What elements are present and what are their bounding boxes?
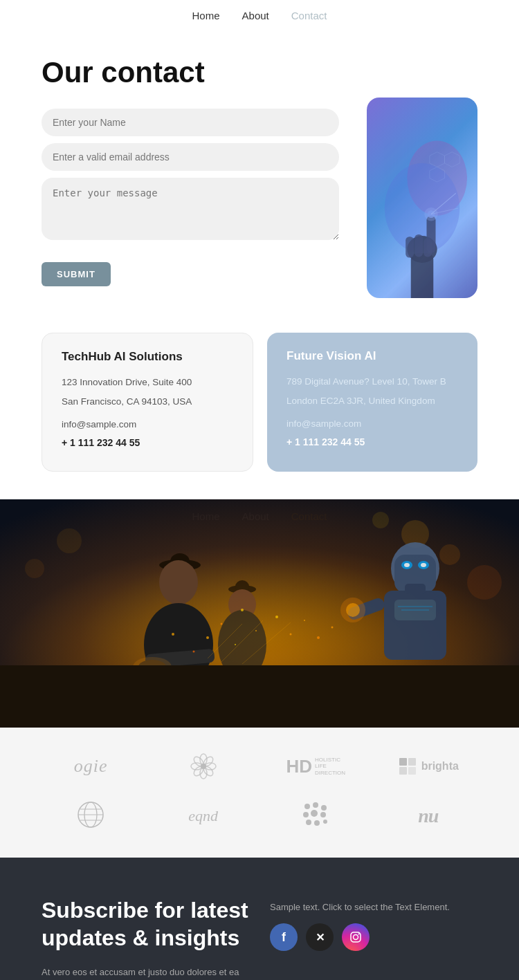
svg-point-86 bbox=[303, 812, 309, 817]
logo-eqnd: eqnd bbox=[188, 807, 218, 825]
logo-bright: brighta bbox=[398, 757, 459, 776]
svg-rect-77 bbox=[408, 767, 416, 775]
svg-point-52 bbox=[241, 609, 244, 611]
svg-point-85 bbox=[321, 805, 327, 811]
logo-ogie: ogie bbox=[74, 756, 108, 777]
svg-point-22 bbox=[25, 559, 44, 578]
svg-point-59 bbox=[235, 644, 236, 645]
card1-address1: 123 Innovation Drive, Suite 400 bbox=[62, 375, 233, 390]
svg-point-39 bbox=[159, 560, 198, 604]
svg-point-91 bbox=[323, 820, 327, 824]
svg-point-27 bbox=[404, 563, 410, 567]
svg-rect-74 bbox=[399, 758, 407, 766]
svg-point-90 bbox=[314, 820, 320, 826]
logo-nu: nu bbox=[418, 805, 438, 827]
message-field-group bbox=[42, 178, 339, 243]
svg-point-35 bbox=[340, 598, 365, 622]
x-icon[interactable]: ✕ bbox=[306, 923, 334, 951]
main-nav: Home About Contact bbox=[0, 0, 519, 28]
svg-rect-11 bbox=[406, 237, 414, 257]
svg-point-57 bbox=[304, 620, 305, 621]
name-field-group bbox=[42, 109, 339, 136]
subscribe-grid: Subscribe for latest updates & insights … bbox=[42, 896, 477, 980]
facebook-icon[interactable]: f bbox=[270, 923, 298, 951]
svg-point-28 bbox=[421, 563, 426, 567]
svg-point-56 bbox=[290, 634, 292, 636]
svg-point-83 bbox=[304, 804, 310, 809]
card1-phone: + 1 111 232 44 55 bbox=[62, 435, 233, 450]
hero-section: Our contact SUBMIT bbox=[0, 28, 519, 326]
instagram-icon[interactable] bbox=[342, 923, 370, 951]
svg-point-55 bbox=[275, 616, 278, 618]
logo-hd: HD HOLISTICLIFEDIRECTION bbox=[286, 756, 345, 777]
svg-rect-36 bbox=[405, 584, 426, 594]
svg-rect-49 bbox=[0, 665, 519, 728]
subscribe-right: Sample text. Click to select the Text El… bbox=[270, 896, 477, 980]
subscribe-left: Subscribe for latest updates & insights … bbox=[42, 896, 249, 980]
logos-section: ogie HD HOLISTICLIFEDIRECTI bbox=[0, 728, 519, 858]
subscribe-title: Subscribe for latest updates & insights bbox=[42, 896, 249, 952]
svg-rect-12 bbox=[424, 238, 432, 257]
svg-point-50 bbox=[206, 636, 209, 639]
message-input[interactable] bbox=[42, 178, 339, 240]
subscribe-sample-text: Sample text. Click to select the Text El… bbox=[270, 902, 450, 912]
svg-point-19 bbox=[372, 512, 389, 528]
card2-address2: London EC2A 3JR, United Kingdom bbox=[286, 394, 458, 409]
card2-phone: + 1 111 232 44 55 bbox=[286, 434, 458, 450]
svg-point-88 bbox=[320, 812, 326, 817]
svg-point-9 bbox=[424, 207, 438, 221]
hero-image bbox=[367, 98, 477, 298]
svg-point-73 bbox=[201, 764, 206, 769]
svg-point-60 bbox=[331, 627, 334, 629]
banner-image: Home About Contact bbox=[0, 499, 519, 728]
hero-right bbox=[367, 98, 477, 298]
svg-point-20 bbox=[467, 565, 502, 600]
logo-flower bbox=[190, 752, 217, 780]
submit-button[interactable]: SUBMIT bbox=[42, 262, 111, 286]
svg-point-51 bbox=[221, 623, 223, 625]
contact-card-1: TechHub AI Solutions 123 Innovation Driv… bbox=[42, 333, 253, 472]
svg-point-94 bbox=[358, 934, 360, 935]
nav-about[interactable]: About bbox=[242, 10, 269, 21]
nav-contact[interactable]: Contact bbox=[291, 10, 327, 21]
subscribe-body: At vero eos et accusam et justo duo dolo… bbox=[42, 965, 249, 980]
svg-point-87 bbox=[311, 810, 318, 817]
card2-title: Future Vision AI bbox=[286, 349, 458, 363]
email-field-group bbox=[42, 143, 339, 171]
svg-rect-10 bbox=[415, 234, 423, 257]
card1-email: info@sample.com bbox=[62, 417, 233, 432]
logo-dots bbox=[300, 799, 331, 833]
svg-point-58 bbox=[317, 636, 320, 639]
logo-globe bbox=[75, 799, 106, 833]
email-input[interactable] bbox=[42, 143, 339, 171]
svg-point-61 bbox=[172, 633, 174, 636]
hero-title: Our contact bbox=[42, 56, 339, 89]
svg-rect-76 bbox=[399, 767, 407, 775]
logos-grid: ogie HD HOLISTICLIFEDIRECTI bbox=[42, 752, 477, 833]
svg-point-53 bbox=[255, 630, 257, 631]
svg-point-84 bbox=[313, 802, 318, 808]
svg-point-21 bbox=[57, 528, 82, 553]
social-icons: f ✕ bbox=[270, 923, 370, 951]
svg-point-93 bbox=[354, 935, 358, 940]
name-input[interactable] bbox=[42, 109, 339, 136]
svg-point-18 bbox=[439, 544, 460, 565]
card1-address2: San Francisco, CA 94103, USA bbox=[62, 394, 233, 409]
nav-home[interactable]: Home bbox=[192, 10, 220, 21]
svg-point-89 bbox=[306, 820, 311, 825]
hero-left: Our contact SUBMIT bbox=[42, 56, 339, 286]
contact-card-2: Future Vision AI 789 Digital Avenue? Lev… bbox=[267, 333, 477, 472]
svg-rect-75 bbox=[408, 758, 416, 766]
svg-point-54 bbox=[193, 651, 195, 653]
subscribe-section: Subscribe for latest updates & insights … bbox=[0, 858, 519, 980]
card2-email: info@sample.com bbox=[286, 416, 458, 432]
contact-cards: TechHub AI Solutions 123 Innovation Driv… bbox=[0, 326, 519, 499]
card2-address1: 789 Digital Avenue? Level 10, Tower B bbox=[286, 374, 458, 389]
card1-title: TechHub AI Solutions bbox=[62, 350, 233, 364]
